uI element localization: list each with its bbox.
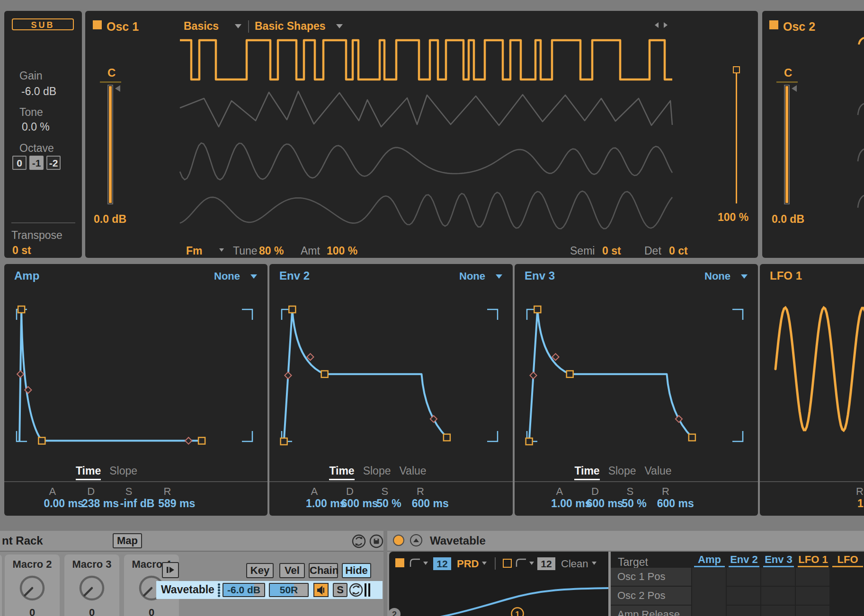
filter-curve-display[interactable]: 21 bbox=[389, 552, 608, 616]
matrix-cell[interactable] bbox=[692, 606, 726, 616]
lfo1-waveform-display[interactable] bbox=[760, 264, 864, 516]
matrix-row-label[interactable]: Amp Release bbox=[611, 606, 691, 616]
matrix-row: Amp Release bbox=[611, 606, 864, 616]
octave-minus1-button[interactable]: -1 bbox=[29, 156, 44, 170]
matrix-col-amp[interactable]: Amp bbox=[692, 554, 727, 566]
matrix-col-underline bbox=[763, 566, 794, 567]
gain-value[interactable]: -6.0 dB bbox=[21, 86, 56, 97]
env2-envelope-display[interactable] bbox=[269, 264, 513, 516]
amt-label: Amt bbox=[301, 245, 320, 257]
device-fold-icon[interactable] bbox=[410, 534, 422, 546]
matrix-cell[interactable] bbox=[761, 606, 795, 616]
position-slider-handle[interactable] bbox=[733, 66, 740, 73]
tab-slope[interactable]: Slope bbox=[363, 465, 391, 477]
macro4-value[interactable]: 0 bbox=[124, 607, 179, 616]
osc1-position-slider[interactable] bbox=[736, 73, 737, 203]
release-value[interactable]: 600 ms bbox=[412, 498, 449, 510]
decay-value[interactable]: 600 ms bbox=[587, 498, 624, 510]
svg-text:1: 1 bbox=[515, 610, 519, 616]
transpose-value[interactable]: 0 st bbox=[12, 245, 31, 256]
rack-title: nt Rack bbox=[2, 535, 43, 547]
matrix-cell[interactable] bbox=[796, 606, 829, 616]
hot-swap-icon[interactable] bbox=[349, 583, 363, 597]
sub-toggle-button[interactable]: SUB bbox=[12, 18, 74, 30]
divider bbox=[515, 481, 758, 482]
matrix-cell[interactable] bbox=[692, 587, 726, 605]
device-title-bar[interactable]: Wavetable bbox=[387, 531, 864, 552]
sustain-value[interactable]: -inf dB bbox=[120, 498, 155, 510]
tab-time[interactable]: Time bbox=[329, 465, 354, 480]
chain-map-button[interactable]: Chain bbox=[309, 563, 338, 578]
tab-time[interactable]: Time bbox=[76, 465, 101, 480]
macro3-knob[interactable] bbox=[77, 573, 107, 603]
chain-volume-slider[interactable]: -6.0 dB bbox=[223, 583, 265, 597]
osc1-mod-mode-select[interactable]: Fm bbox=[186, 245, 203, 257]
octave-minus2-button[interactable]: -2 bbox=[46, 156, 61, 170]
tab-time[interactable]: Time bbox=[574, 465, 599, 480]
tab-slope[interactable]: Slope bbox=[109, 465, 137, 477]
lfo1-panel: LFO 1 R 1 bbox=[760, 264, 864, 516]
det-value[interactable]: 0 ct bbox=[669, 245, 688, 257]
matrix-cell[interactable] bbox=[727, 587, 760, 605]
amp-envelope-display[interactable] bbox=[4, 264, 267, 516]
macro2-knob[interactable] bbox=[18, 573, 47, 603]
lfo-rate-value[interactable]: 1 bbox=[857, 498, 864, 510]
chevron-down-icon[interactable] bbox=[219, 248, 224, 252]
hot-swap-icon[interactable] bbox=[352, 534, 366, 548]
decay-value[interactable]: 238 ms bbox=[82, 498, 119, 510]
matrix-cell[interactable] bbox=[761, 568, 795, 586]
octave-0-button[interactable]: 0 bbox=[12, 156, 27, 170]
macro3-value[interactable]: 0 bbox=[64, 607, 119, 616]
map-mode-button[interactable]: Map bbox=[113, 533, 142, 548]
decay-letter: D bbox=[591, 485, 599, 498]
key-map-button[interactable]: Key bbox=[246, 563, 274, 578]
matrix-col-lfo1[interactable]: LFO 1 bbox=[796, 554, 830, 566]
drag-handle-icon[interactable] bbox=[218, 583, 220, 597]
attack-value[interactable]: 1.00 ms bbox=[306, 498, 346, 510]
attack-value[interactable]: 1.00 ms bbox=[551, 498, 591, 510]
device-activator-icon[interactable] bbox=[393, 535, 404, 546]
release-value[interactable]: 589 ms bbox=[158, 498, 195, 510]
tab-value[interactable]: Value bbox=[644, 465, 671, 477]
matrix-cell[interactable] bbox=[727, 568, 760, 586]
sustain-value[interactable]: 50 % bbox=[622, 498, 646, 510]
matrix-cell[interactable] bbox=[796, 587, 829, 605]
matrix-cell[interactable] bbox=[761, 587, 795, 605]
rack-title-bar[interactable]: nt Rack Map bbox=[0, 531, 383, 552]
release-value[interactable]: 600 ms bbox=[657, 498, 694, 510]
macro2-value[interactable]: 0 bbox=[5, 607, 60, 616]
osc1-position-value[interactable]: 100 % bbox=[718, 211, 748, 223]
matrix-row-cells bbox=[692, 587, 864, 605]
release-letter: R bbox=[662, 485, 669, 498]
matrix-cell[interactable] bbox=[692, 568, 726, 586]
matrix-row-label[interactable]: Osc 2 Pos bbox=[611, 587, 691, 605]
attack-value[interactable]: 0.00 ms bbox=[44, 498, 83, 510]
amt-value[interactable]: 100 % bbox=[327, 245, 357, 257]
osc1-waveform-display[interactable] bbox=[85, 11, 758, 258]
matrix-col-env3[interactable]: Env 3 bbox=[761, 554, 796, 566]
tab-slope[interactable]: Slope bbox=[608, 465, 636, 477]
chain-speaker-button[interactable] bbox=[313, 583, 329, 597]
decay-value[interactable]: 600 ms bbox=[341, 498, 378, 510]
semi-value[interactable]: 0 st bbox=[602, 245, 621, 257]
chain-pan-slider[interactable]: 50R bbox=[269, 583, 309, 597]
tone-value[interactable]: 0.0 % bbox=[22, 121, 50, 133]
matrix-cell[interactable] bbox=[796, 568, 829, 586]
chain-meter bbox=[368, 583, 370, 597]
chain-title-bar[interactable]: Wavetable -6.0 dB 50R S bbox=[156, 581, 383, 599]
tab-value[interactable]: Value bbox=[399, 465, 426, 477]
fold-devices-button[interactable] bbox=[162, 562, 179, 578]
hide-devices-button[interactable]: Hide bbox=[342, 563, 371, 578]
matrix-col-lfo2[interactable]: LFO bbox=[830, 554, 864, 566]
chain-name[interactable]: Wavetable bbox=[161, 584, 214, 596]
matrix-row-label[interactable]: Osc 1 Pos bbox=[611, 568, 691, 586]
matrix-cell[interactable] bbox=[727, 606, 760, 616]
vel-map-button[interactable]: Vel bbox=[279, 563, 305, 578]
env3-envelope-display[interactable] bbox=[515, 264, 758, 516]
chain-solo-button[interactable]: S bbox=[333, 583, 347, 597]
tune-value[interactable]: 80 % bbox=[259, 245, 284, 257]
save-preset-icon[interactable] bbox=[369, 534, 383, 548]
sustain-value[interactable]: 50 % bbox=[376, 498, 401, 510]
matrix-col-env2[interactable]: Env 2 bbox=[727, 554, 761, 566]
divider bbox=[760, 481, 864, 482]
